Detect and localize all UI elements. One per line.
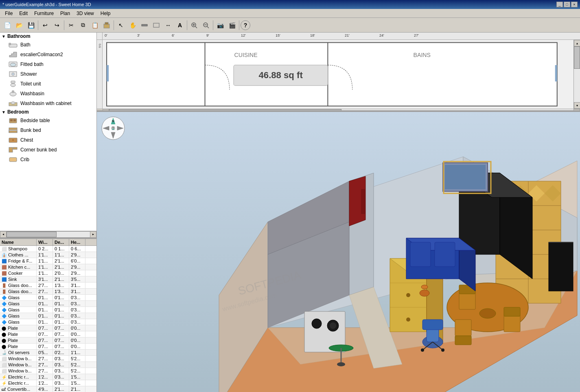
- scroll-track[interactable]: [7, 231, 90, 238]
- menu-furniture[interactable]: Furniture: [31, 10, 57, 17]
- menu-file[interactable]: File: [2, 10, 16, 17]
- plan-h-thumb[interactable]: [109, 109, 341, 112]
- table-body[interactable]: ⬜ Shampoo 0 2... 0 1... 0 6... 👔 Clothes…: [0, 246, 96, 392]
- ruler-9: 9': [206, 33, 209, 37]
- plan-v-scrollbar[interactable]: ▴ ▾: [573, 40, 580, 109]
- item-fitted-bath[interactable]: Fitted bath: [0, 59, 96, 69]
- item-bath[interactable]: Bath: [0, 40, 96, 50]
- redo-button[interactable]: ↪: [51, 20, 63, 31]
- item-escalier[interactable]: escalierColimacon2: [0, 50, 96, 59]
- create-dimensions-button[interactable]: ↔: [162, 20, 174, 31]
- item-bedside[interactable]: Bedside table: [0, 116, 96, 125]
- item-washbasin-cabinet[interactable]: Washbasin with cabinet: [0, 99, 96, 108]
- plan-h-track[interactable]: [109, 109, 573, 112]
- table-row[interactable]: 🚪 Glass doo... 2'7... 1'3... 3'1...: [0, 283, 96, 289]
- plan-view[interactable]: 0' 3' 6' 9' 12' 15' 18' 21' 24' 27' 5'0: [97, 33, 580, 112]
- table-row[interactable]: ⬜ Window b... 2'7... 0'3... 5'2...: [0, 356, 96, 362]
- item-toilet[interactable]: Toilet unit: [0, 79, 96, 89]
- table-row[interactable]: 🍶 Oil servers 0'5... 0'2... 1'1...: [0, 350, 96, 356]
- table-row[interactable]: ⬜ Window b... 2'7... 0'3... 5'2...: [0, 362, 96, 368]
- create-walls-button[interactable]: [139, 20, 150, 31]
- video-button[interactable]: 🎬: [226, 20, 238, 31]
- create-rooms-button[interactable]: [151, 20, 162, 31]
- svg-rect-119: [422, 320, 443, 330]
- plan-scroll-thumb[interactable]: [574, 46, 580, 69]
- close-button[interactable]: ×: [571, 2, 578, 7]
- table-row[interactable]: ⚡ Electric r... 1'2... 0'3... 1'5...: [0, 374, 96, 380]
- plan-h-scroll-right[interactable]: ▸: [573, 109, 580, 112]
- svg-point-97: [406, 293, 410, 297]
- create-text-button[interactable]: A: [174, 20, 186, 31]
- col-name[interactable]: Name: [0, 239, 37, 245]
- table-row[interactable]: ⬜ Window b... 2'7... 0'3... 5'2...: [0, 368, 96, 374]
- table-row[interactable]: ⬤ Plate 0'7... 0'7... 0'0...: [0, 344, 96, 350]
- zoom-in-button[interactable]: [188, 20, 200, 31]
- plan-canvas[interactable]: CUISINE BAINS 46.88 sq ft: [103, 40, 573, 109]
- category-bedroom[interactable]: ▼ Bedroom: [0, 108, 96, 116]
- scroll-right-btn[interactable]: ▸: [90, 231, 96, 238]
- add-furniture-button[interactable]: [101, 20, 112, 31]
- col-height[interactable]: He...: [69, 239, 85, 245]
- item-shower[interactable]: Shower: [0, 69, 96, 79]
- col-depth[interactable]: De...: [53, 239, 69, 245]
- item-chest[interactable]: Chest: [0, 135, 96, 145]
- zoom-out-button[interactable]: [200, 20, 212, 31]
- compass[interactable]: N: [101, 116, 125, 140]
- table-row[interactable]: 🟫 Cooker 1'1... 2'0... 2'9...: [0, 270, 96, 276]
- photo-button[interactable]: 📷: [214, 20, 226, 31]
- svg-rect-17: [11, 81, 15, 83]
- item-bunk[interactable]: Bunk bed: [0, 125, 96, 135]
- plan-h-scrollbar[interactable]: ◂ ▸: [97, 109, 580, 112]
- table-row[interactable]: 🔷 Glass 0'1... 0'1... 0'3...: [0, 301, 96, 307]
- svg-rect-44: [555, 65, 557, 81]
- help-button[interactable]: ?: [241, 20, 250, 30]
- item-corner-bunk[interactable]: Corner bunk bed: [0, 145, 96, 155]
- titlebar-controls[interactable]: _ □ ×: [556, 2, 578, 7]
- item-crib[interactable]: Crib: [0, 155, 96, 164]
- plan-scroll-down[interactable]: ▾: [574, 102, 580, 109]
- select-button[interactable]: ↖: [115, 20, 127, 31]
- menu-plan[interactable]: Plan: [57, 10, 73, 17]
- maximize-button[interactable]: □: [564, 2, 570, 7]
- table-row[interactable]: 🟦 Sink 3'1... 2'1... 3'5...: [0, 276, 96, 283]
- table-row[interactable]: 🟦 Fridge & F... 1'1... 2'1... 6'0...: [0, 258, 96, 264]
- new-button[interactable]: 📄: [2, 20, 13, 31]
- left-h-scrollbar[interactable]: ◂ ▸: [0, 231, 96, 237]
- table-row[interactable]: 🔷 Glass 0'1... 0'1... 0'3...: [0, 307, 96, 313]
- open-button[interactable]: 📂: [13, 20, 25, 31]
- 3d-view[interactable]: N: [97, 112, 580, 392]
- paste-button[interactable]: 📋: [89, 20, 101, 31]
- menu-3dview[interactable]: 3D view: [73, 10, 97, 17]
- table-row[interactable]: ⬤ Plate 0'7... 0'7... 0'0...: [0, 337, 96, 344]
- table-row[interactable]: ⬤ Plate 0'7... 0'7... 0'0...: [0, 325, 96, 331]
- item-washbasin[interactable]: Washbasin: [0, 89, 96, 99]
- copy-button[interactable]: ⧉: [77, 20, 89, 31]
- table-row[interactable]: 🔷 Glass 0'1... 0'1... 0'3...: [0, 313, 96, 319]
- table-row[interactable]: 🚪 Glass doo... 2'7... 1'3... 3'1...: [0, 289, 96, 295]
- category-bathroom[interactable]: ▼ Bathroom: [0, 33, 96, 40]
- table-row[interactable]: ⬜ Shampoo 0 2... 0 1... 0 6...: [0, 246, 96, 252]
- furniture-list[interactable]: ▼ Bathroom Bath escalierColimacon2 F: [0, 33, 96, 231]
- undo-button[interactable]: ↩: [39, 20, 51, 31]
- table-row[interactable]: ⬤ Plate 0'7... 0'7... 0'0...: [0, 331, 96, 337]
- fitted-bath-icon: [8, 60, 18, 68]
- scroll-thumb[interactable]: [7, 232, 57, 237]
- table-row[interactable]: ⚡ Electric r... 1'2... 0'3... 1'5...: [0, 380, 96, 386]
- minimize-button[interactable]: _: [556, 2, 563, 7]
- plan-scroll-up[interactable]: ▴: [574, 40, 580, 46]
- menu-help[interactable]: Help: [97, 10, 114, 17]
- table-row[interactable]: 🔷 Glass 0'1... 0'1... 0'3...: [0, 295, 96, 301]
- item-bunk-label: Bunk bed: [20, 127, 41, 133]
- scroll-left-btn[interactable]: ◂: [0, 231, 7, 238]
- menu-edit[interactable]: Edit: [16, 10, 31, 17]
- table-row[interactable]: 🔷 Glass 0'1... 0'1... 0'3...: [0, 319, 96, 325]
- cut-button[interactable]: ✂: [66, 20, 77, 31]
- col-width[interactable]: Wi...: [37, 239, 53, 245]
- plan-scroll-track[interactable]: [574, 46, 580, 102]
- table-row[interactable]: 🟫 Kitchen c... 1'1... 2'1... 2'9...: [0, 264, 96, 270]
- table-row[interactable]: 👔 Clothes ... 1'1... 1'1... 2'9...: [0, 252, 96, 258]
- pan-button[interactable]: ✋: [127, 20, 138, 31]
- table-row[interactable]: 🛋 Convertib... 4'9... 2'1... 2'1...: [0, 386, 96, 392]
- save-button[interactable]: 💾: [25, 20, 37, 31]
- plan-h-scroll-left[interactable]: ◂: [103, 109, 109, 112]
